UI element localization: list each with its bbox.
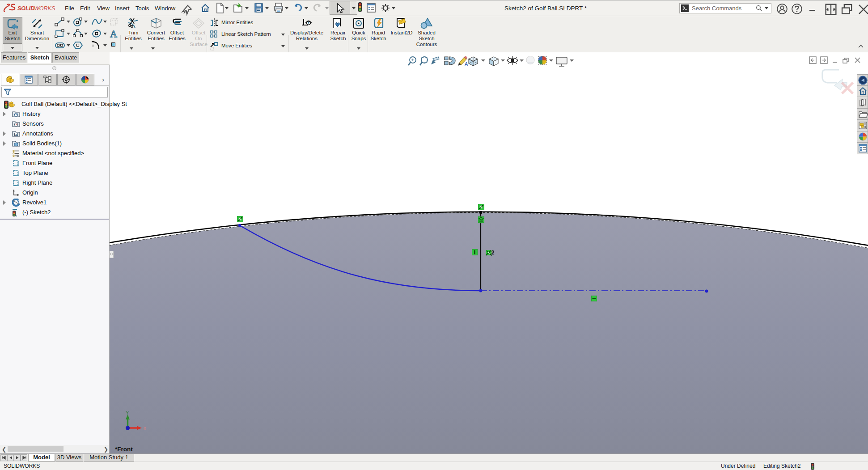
svg-text:X: X (143, 426, 147, 431)
svg-text:Y: Y (126, 410, 129, 415)
svg-text:SOLID: SOLID (17, 5, 34, 12)
svg-text:A: A (110, 28, 117, 39)
svg-text:A: A (465, 61, 468, 67)
svg-text:WORKS: WORKS (34, 5, 55, 12)
svg-text:A: A (15, 133, 17, 136)
